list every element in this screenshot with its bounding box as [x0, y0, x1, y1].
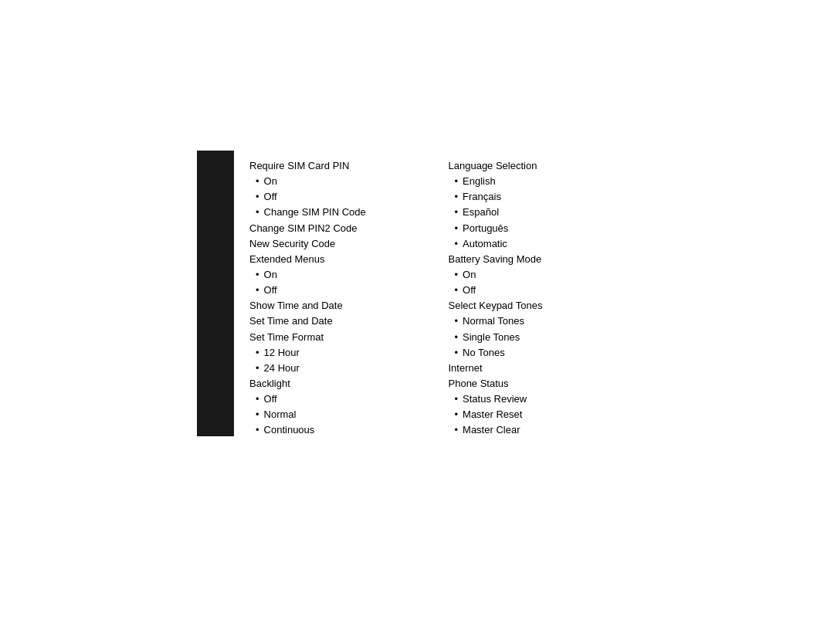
section-heading: New Security Code [249, 236, 425, 252]
bullet-text: Off [463, 283, 476, 298]
bullet-point: • [455, 391, 459, 407]
bullet-text: Normal [264, 407, 297, 422]
bullet-text: Change SIM PIN Code [264, 205, 366, 220]
section-heading: Extended Menus [249, 252, 425, 267]
bullet-text: 12 Hour [264, 345, 300, 361]
section-heading: Select Keypad Tones [449, 298, 625, 314]
list-item: •Español [455, 205, 625, 220]
section-heading: Internet [449, 361, 625, 376]
list-item: •On [256, 267, 425, 283]
section-heading: Set Time Format [249, 330, 425, 345]
bullet-text: No Tones [463, 345, 505, 361]
bullet-text: Off [264, 391, 277, 407]
bullet-text: Off [264, 189, 277, 205]
section-heading: Show Time and Date [249, 298, 425, 314]
list-item: •Automatic [455, 236, 625, 252]
list-item: •Off [256, 391, 425, 407]
bullet-point: • [455, 407, 459, 422]
bullet-text: Français [463, 189, 501, 205]
list-item: •Off [455, 283, 625, 298]
bullet-text: Automatic [463, 236, 507, 252]
list-item: •Change SIM PIN Code [256, 205, 425, 220]
right-column: Language Selection•English•Français•Espa… [437, 151, 636, 436]
bullet-point: • [256, 267, 259, 283]
section-heading: Set Time and Date [249, 314, 425, 329]
bullet-point: • [256, 407, 259, 422]
bullet-point: • [256, 205, 259, 220]
bullet-point: • [455, 422, 459, 438]
bullet-text: 24 Hour [264, 361, 300, 376]
bullet-point: • [455, 221, 459, 236]
section-heading: Backlight [249, 376, 425, 391]
list-item: •No Tones [455, 345, 625, 361]
list-item: •24 Hour [256, 361, 425, 376]
bullet-point: • [256, 174, 259, 189]
page-container: Require SIM Card PIN•On•Off•Change SIM P… [0, 0, 834, 644]
bullet-text: On [264, 267, 277, 283]
section-heading: Language Selection [449, 158, 625, 174]
section-heading: Battery Saving Mode [449, 252, 625, 267]
bullet-text: Português [463, 221, 508, 236]
bullet-text: Normal Tones [463, 314, 524, 329]
list-item: •English [455, 174, 625, 189]
left-column: Require SIM Card PIN•On•Off•Change SIM P… [234, 151, 437, 436]
section-heading: Change SIM PIN2 Code [249, 221, 425, 236]
list-item: •Off [256, 283, 425, 298]
bullet-point: • [455, 283, 459, 298]
list-item: •Normal [256, 407, 425, 422]
bullet-text: Master Clear [463, 422, 520, 438]
bullet-text: Master Reset [463, 407, 522, 422]
list-item: •Single Tones [455, 330, 625, 345]
bullet-point: • [455, 345, 459, 361]
bullet-point: • [256, 189, 259, 205]
content-area: Require SIM Card PIN•On•Off•Change SIM P… [234, 151, 636, 436]
list-item: •On [455, 267, 625, 283]
bullet-text: Continuous [264, 422, 315, 438]
bullet-text: On [463, 267, 476, 283]
bullet-text: Status Review [463, 391, 527, 407]
list-item: •Continuous [256, 422, 425, 438]
bullet-text: Español [463, 205, 499, 220]
list-item: •Français [455, 189, 625, 205]
bullet-text: Off [264, 283, 277, 298]
list-item: •Master Reset [455, 407, 625, 422]
bullet-text: Single Tones [463, 330, 520, 345]
bullet-point: • [256, 283, 259, 298]
bullet-point: • [455, 236, 459, 252]
list-item: •Normal Tones [455, 314, 625, 329]
bullet-point: • [256, 361, 259, 376]
bullet-point: • [455, 174, 459, 189]
bullet-text: English [463, 174, 496, 189]
bullet-point: • [455, 189, 459, 205]
bullet-point: • [256, 391, 259, 407]
bullet-point: • [455, 267, 459, 283]
list-item: •Master Clear [455, 422, 625, 438]
bullet-point: • [455, 314, 459, 329]
bullet-point: • [256, 345, 259, 361]
list-item: •12 Hour [256, 345, 425, 361]
bullet-point: • [455, 330, 459, 345]
list-item: •Português [455, 221, 625, 236]
section-heading: Require SIM Card PIN [249, 158, 425, 174]
bullet-point: • [256, 422, 259, 438]
list-item: •On [256, 174, 425, 189]
sidebar [197, 151, 234, 436]
list-item: •Off [256, 189, 425, 205]
section-heading: Phone Status [449, 376, 625, 391]
list-item: •Status Review [455, 391, 625, 407]
bullet-point: • [455, 205, 459, 220]
bullet-text: On [264, 174, 277, 189]
